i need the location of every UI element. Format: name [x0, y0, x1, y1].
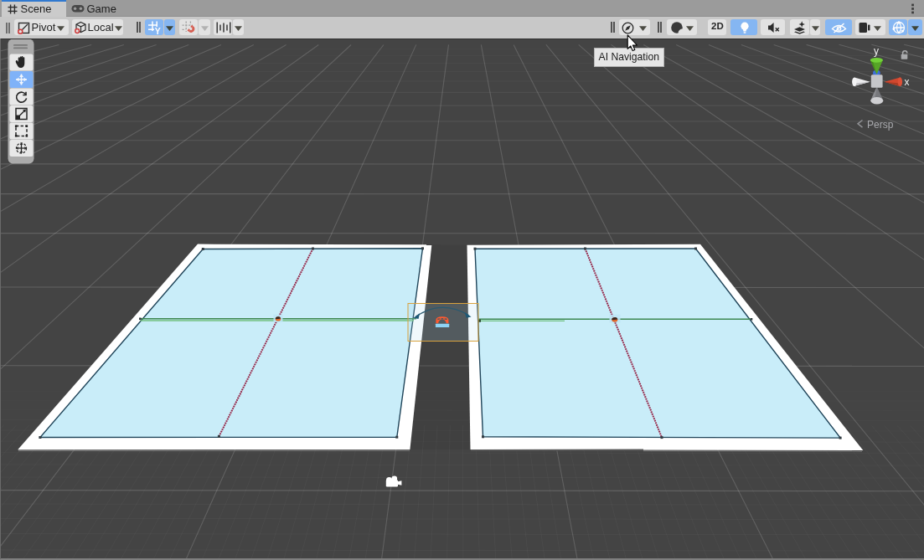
svg-text:y: y: [874, 45, 879, 57]
svg-text:Y: Y: [154, 26, 160, 35]
svg-text:Persp: Persp: [867, 119, 894, 131]
svg-text:x: x: [905, 76, 910, 88]
